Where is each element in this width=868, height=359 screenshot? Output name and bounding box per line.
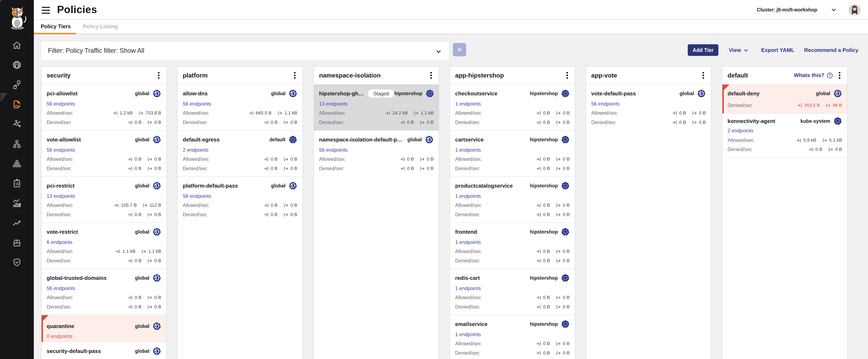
svg-text:ns: ns [565,326,566,327]
svg-text:ns: ns [565,280,566,281]
svg-text:ns: ns [292,141,293,143]
svg-text:ns: ns [565,234,566,235]
svg-text:ns: ns [565,95,566,96]
svg-text:ns: ns [565,188,566,189]
svg-text:ns: ns [837,123,838,124]
svg-text:ns: ns [429,95,431,96]
svg-text:ns: ns [565,141,566,143]
